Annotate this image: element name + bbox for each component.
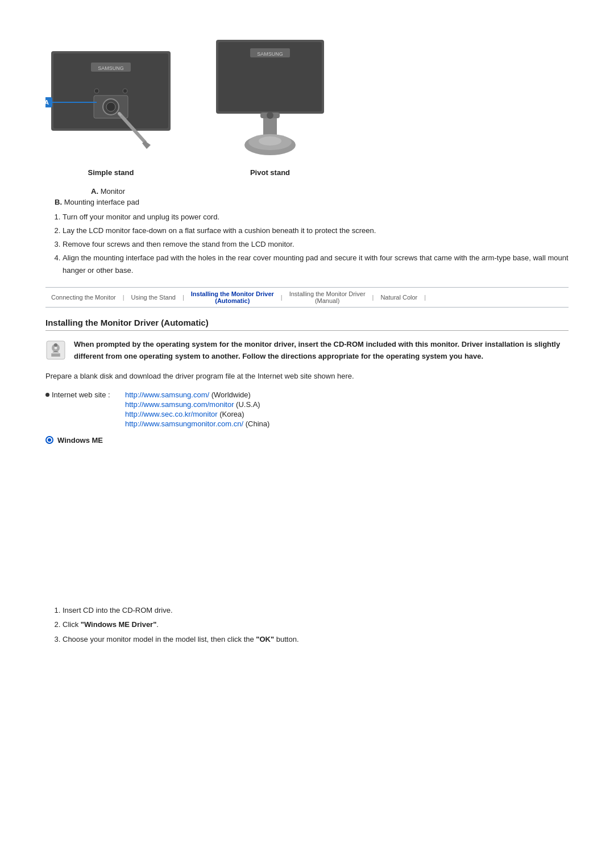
step-3: Remove four screws and then remove the s… — [63, 238, 569, 251]
label-b-section: B. Mounting interface pad — [55, 198, 569, 206]
simple-stand-caption: Simple stand — [88, 168, 134, 177]
link-usa[interactable]: http://www.samsung.com/monitor — [125, 400, 234, 409]
label-a-value: Monitor — [101, 187, 125, 196]
note-box: When prompted by the operating system fo… — [45, 339, 569, 363]
link-item-3: http://www.sec.co.kr/monitor (Korea) — [125, 410, 269, 418]
svg-text:SAMSUNG: SAMSUNG — [98, 65, 124, 71]
simple-stand-image: SAMSUNG A — [45, 45, 176, 165]
nav-install-manual[interactable]: Installing the Monitor Driver(Manual) — [284, 290, 371, 304]
simple-stand-label: Simple stand — [88, 168, 134, 177]
bottom-step-1: Insert CD into the CD-ROM drive. — [63, 604, 569, 617]
internet-label: Internet web site : — [45, 391, 125, 399]
bottom-step-2-bold: "Windows ME Driver" — [81, 620, 157, 629]
simple-stand-block: SAMSUNG A Simple — [45, 45, 176, 177]
label-a-text: A. Monitor — [91, 187, 569, 196]
svg-text:SAMSUNG: SAMSUNG — [257, 51, 283, 57]
link-china[interactable]: http://www.samsungmonitor.com.cn/ — [125, 420, 243, 428]
svg-point-26 — [267, 112, 273, 119]
svg-point-29 — [55, 347, 57, 350]
nav-using-stand[interactable]: Using the Stand — [126, 294, 181, 301]
nav-sep-4: | — [371, 294, 375, 301]
pivot-stand-block: SAMSUNG Pivot stand — [210, 34, 330, 177]
link-china-suffix: (China) — [243, 420, 269, 428]
prepare-text: Prepare a blank disk and download the dr… — [45, 371, 569, 383]
nav-sep-1: | — [122, 294, 126, 301]
link-worldwide[interactable]: http://www.samsung.com/ — [125, 391, 209, 399]
label-b-value: Mounting interface pad — [64, 198, 139, 206]
nav-connecting-monitor[interactable]: Connecting the Monitor — [45, 294, 122, 301]
pivot-stand-image: SAMSUNG — [210, 34, 330, 165]
images-section: SAMSUNG A Simple — [45, 34, 569, 177]
windows-me-icon — [45, 436, 53, 444]
step-4: Align the mounting interface pad with th… — [63, 252, 569, 277]
pivot-stand-caption: Pivot stand — [250, 168, 290, 177]
svg-point-5 — [123, 89, 127, 93]
bullet-icon — [45, 393, 49, 397]
svg-point-32 — [54, 343, 57, 347]
link-korea[interactable]: http://www.sec.co.kr/monitor — [125, 410, 218, 418]
svg-text:A: A — [45, 99, 49, 106]
svg-point-4 — [94, 89, 99, 93]
label-a-section: A. Monitor — [45, 187, 569, 196]
nav-sep-5: | — [423, 294, 427, 301]
bottom-step-3-ok: "OK" — [256, 635, 274, 643]
navigation-bar: Connecting the Monitor | Using the Stand… — [45, 287, 569, 308]
bottom-steps-list: Insert CD into the CD-ROM drive. Click "… — [63, 604, 569, 646]
windows-me-row: Windows ME — [45, 436, 569, 445]
step-2: Lay the LCD monitor face-down on a flat … — [63, 225, 569, 237]
label-a: A. — [91, 187, 98, 196]
step-1: Turn off your monitor and unplug its pow… — [63, 211, 569, 223]
note-icon — [45, 340, 66, 360]
link-korea-suffix: (Korea) — [218, 410, 244, 418]
bottom-step-3: Choose your monitor model in the model l… — [63, 633, 569, 646]
svg-rect-30 — [51, 354, 60, 355]
links-list: http://www.samsung.com/ (Worldwide) http… — [125, 391, 269, 428]
windows-me-label: Windows ME — [57, 436, 103, 445]
label-b: B. — [55, 198, 62, 206]
bottom-step-2: Click "Windows ME Driver". — [63, 618, 569, 631]
nav-sep-2: | — [181, 294, 185, 301]
svg-rect-31 — [51, 355, 60, 356]
nav-install-automatic[interactable]: Installing the Monitor Driver(Automatic) — [185, 290, 280, 304]
section-title: Installing the Monitor Driver (Automatic… — [45, 318, 569, 331]
steps-list: Turn off your monitor and unplug its pow… — [63, 211, 569, 277]
link-item-1: http://www.samsung.com/ (Worldwide) — [125, 391, 269, 399]
nav-natural-color[interactable]: Natural Color — [375, 294, 423, 301]
internet-row: Internet web site : http://www.samsung.c… — [45, 391, 569, 428]
link-usa-suffix: (U.S.A) — [234, 400, 260, 409]
link-worldwide-suffix: (Worldwide) — [209, 391, 251, 399]
pivot-stand-label: Pivot stand — [250, 168, 290, 177]
svg-point-10 — [106, 102, 115, 111]
link-item-2: http://www.samsung.com/monitor (U.S.A) — [125, 400, 269, 409]
internet-label-text: Internet web site : — [52, 391, 110, 399]
link-item-4: http://www.samsungmonitor.com.cn/ (China… — [125, 420, 269, 428]
note-text: When prompted by the operating system fo… — [74, 339, 569, 363]
svg-point-24 — [259, 136, 281, 146]
nav-sep-3: | — [280, 294, 284, 301]
